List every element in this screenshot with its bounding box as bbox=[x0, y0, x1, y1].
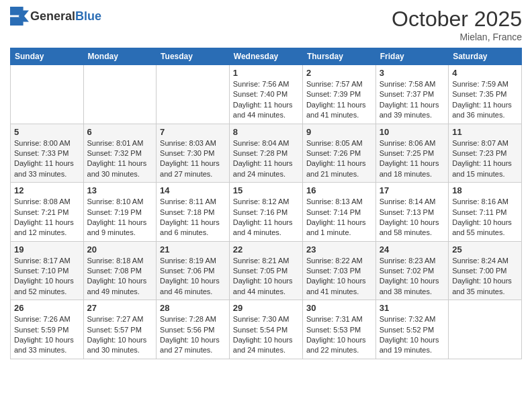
calendar-cell: 2Sunrise: 7:57 AMSunset: 7:39 PMDaylight… bbox=[302, 65, 375, 124]
calendar-cell: 24Sunrise: 8:23 AMSunset: 7:02 PMDayligh… bbox=[375, 241, 448, 300]
day-of-week-header: Friday bbox=[375, 48, 448, 65]
calendar-cell: 20Sunrise: 8:18 AMSunset: 7:08 PMDayligh… bbox=[83, 241, 157, 300]
calendar-cell: 30Sunrise: 7:31 AMSunset: 5:53 PMDayligh… bbox=[302, 300, 375, 359]
day-info: Sunrise: 8:22 AMSunset: 7:03 PMDaylight:… bbox=[306, 256, 372, 298]
calendar-cell: 12Sunrise: 8:08 AMSunset: 7:21 PMDayligh… bbox=[11, 183, 84, 242]
day-info: Sunrise: 8:12 AMSunset: 7:16 PMDaylight:… bbox=[233, 197, 299, 238]
calendar-cell: 25Sunrise: 8:24 AMSunset: 7:00 PMDayligh… bbox=[449, 241, 522, 300]
day-number: 8 bbox=[233, 127, 299, 137]
day-number: 7 bbox=[160, 127, 226, 137]
calendar-cell: 13Sunrise: 8:10 AMSunset: 7:19 PMDayligh… bbox=[83, 183, 157, 242]
svg-rect-2 bbox=[10, 7, 24, 15]
day-number: 29 bbox=[233, 303, 299, 313]
calendar-cell: 26Sunrise: 7:26 AMSunset: 5:59 PMDayligh… bbox=[11, 300, 84, 359]
calendar-cell: 8Sunrise: 8:04 AMSunset: 7:28 PMDaylight… bbox=[229, 124, 302, 183]
day-number: 4 bbox=[452, 68, 518, 78]
calendar-cell: 15Sunrise: 8:12 AMSunset: 7:16 PMDayligh… bbox=[229, 183, 302, 242]
calendar-cell: 5Sunrise: 8:00 AMSunset: 7:33 PMDaylight… bbox=[11, 124, 84, 183]
logo-icon bbox=[10, 7, 29, 26]
day-info: Sunrise: 8:04 AMSunset: 7:28 PMDaylight:… bbox=[233, 138, 299, 180]
location-title: Mielan, France bbox=[392, 32, 522, 42]
day-number: 2 bbox=[306, 68, 372, 78]
title-block: October 2025 Mielan, France bbox=[392, 7, 522, 42]
day-info: Sunrise: 8:10 AMSunset: 7:19 PMDaylight:… bbox=[87, 197, 153, 238]
logo-text-general: General bbox=[30, 9, 75, 23]
calendar-cell: 6Sunrise: 8:01 AMSunset: 7:32 PMDaylight… bbox=[83, 124, 157, 183]
logo-text-blue: Blue bbox=[75, 9, 101, 23]
day-number: 24 bbox=[380, 244, 445, 255]
day-number: 23 bbox=[306, 244, 372, 255]
day-info: Sunrise: 7:27 AMSunset: 5:57 PMDaylight:… bbox=[87, 314, 153, 356]
day-info: Sunrise: 8:07 AMSunset: 7:23 PMDaylight:… bbox=[452, 138, 518, 180]
page-header: GeneralBlue October 2025 Mielan, France bbox=[10, 7, 522, 42]
day-info: Sunrise: 7:30 AMSunset: 5:54 PMDaylight:… bbox=[233, 314, 299, 356]
calendar-cell: 14Sunrise: 8:11 AMSunset: 7:18 PMDayligh… bbox=[157, 183, 230, 242]
calendar-cell: 21Sunrise: 8:19 AMSunset: 7:06 PMDayligh… bbox=[157, 241, 230, 300]
calendar-header-row: SundayMondayTuesdayWednesdayThursdayFrid… bbox=[11, 48, 522, 65]
day-info: Sunrise: 8:23 AMSunset: 7:02 PMDaylight:… bbox=[380, 256, 445, 298]
calendar-cell bbox=[157, 65, 230, 124]
day-number: 26 bbox=[14, 303, 80, 313]
day-info: Sunrise: 8:01 AMSunset: 7:32 PMDaylight:… bbox=[87, 138, 153, 180]
logo: GeneralBlue bbox=[10, 7, 101, 26]
day-number: 25 bbox=[452, 244, 518, 255]
calendar-cell: 7Sunrise: 8:03 AMSunset: 7:30 PMDaylight… bbox=[157, 124, 230, 183]
calendar-week-row: 12Sunrise: 8:08 AMSunset: 7:21 PMDayligh… bbox=[11, 183, 522, 242]
calendar-table: SundayMondayTuesdayWednesdayThursdayFrid… bbox=[10, 48, 522, 359]
day-number: 28 bbox=[160, 303, 226, 313]
day-info: Sunrise: 7:31 AMSunset: 5:53 PMDaylight:… bbox=[306, 314, 372, 356]
day-number: 31 bbox=[380, 303, 445, 313]
day-info: Sunrise: 8:06 AMSunset: 7:25 PMDaylight:… bbox=[380, 138, 445, 180]
calendar-week-row: 1Sunrise: 7:56 AMSunset: 7:40 PMDaylight… bbox=[11, 65, 522, 124]
calendar-cell: 16Sunrise: 8:13 AMSunset: 7:14 PMDayligh… bbox=[302, 183, 375, 242]
day-info: Sunrise: 8:11 AMSunset: 7:18 PMDaylight:… bbox=[160, 197, 226, 238]
day-number: 30 bbox=[306, 303, 372, 313]
day-number: 9 bbox=[306, 127, 372, 137]
day-number: 10 bbox=[380, 127, 445, 137]
day-of-week-header: Sunday bbox=[11, 48, 84, 65]
calendar-cell: 18Sunrise: 8:16 AMSunset: 7:11 PMDayligh… bbox=[449, 183, 522, 242]
day-info: Sunrise: 8:18 AMSunset: 7:08 PMDaylight:… bbox=[87, 256, 153, 298]
day-info: Sunrise: 8:03 AMSunset: 7:30 PMDaylight:… bbox=[160, 138, 226, 180]
calendar-cell: 31Sunrise: 7:32 AMSunset: 5:52 PMDayligh… bbox=[375, 300, 448, 359]
calendar-cell: 19Sunrise: 8:17 AMSunset: 7:10 PMDayligh… bbox=[11, 241, 84, 300]
day-of-week-header: Wednesday bbox=[229, 48, 302, 65]
calendar-cell: 28Sunrise: 7:28 AMSunset: 5:56 PMDayligh… bbox=[157, 300, 230, 359]
day-number: 1 bbox=[233, 68, 299, 78]
calendar-week-row: 19Sunrise: 8:17 AMSunset: 7:10 PMDayligh… bbox=[11, 241, 522, 300]
day-number: 22 bbox=[233, 244, 299, 255]
day-number: 27 bbox=[87, 303, 153, 313]
day-info: Sunrise: 7:28 AMSunset: 5:56 PMDaylight:… bbox=[160, 314, 226, 356]
day-of-week-header: Tuesday bbox=[157, 48, 230, 65]
day-number: 11 bbox=[452, 127, 518, 137]
calendar-cell bbox=[11, 65, 84, 124]
day-info: Sunrise: 8:17 AMSunset: 7:10 PMDaylight:… bbox=[14, 256, 80, 298]
day-info: Sunrise: 8:13 AMSunset: 7:14 PMDaylight:… bbox=[306, 197, 372, 238]
day-info: Sunrise: 7:56 AMSunset: 7:40 PMDaylight:… bbox=[233, 79, 299, 121]
day-info: Sunrise: 8:05 AMSunset: 7:26 PMDaylight:… bbox=[306, 138, 372, 180]
calendar-week-row: 26Sunrise: 7:26 AMSunset: 5:59 PMDayligh… bbox=[11, 300, 522, 359]
day-info: Sunrise: 7:59 AMSunset: 7:35 PMDaylight:… bbox=[452, 79, 518, 121]
day-info: Sunrise: 8:19 AMSunset: 7:06 PMDaylight:… bbox=[160, 256, 226, 298]
day-number: 16 bbox=[306, 185, 372, 195]
day-of-week-header: Thursday bbox=[302, 48, 375, 65]
day-number: 6 bbox=[87, 127, 153, 137]
day-info: Sunrise: 8:16 AMSunset: 7:11 PMDaylight:… bbox=[452, 197, 518, 238]
day-info: Sunrise: 8:21 AMSunset: 7:05 PMDaylight:… bbox=[233, 256, 299, 298]
calendar-week-row: 5Sunrise: 8:00 AMSunset: 7:33 PMDaylight… bbox=[11, 124, 522, 183]
day-number: 13 bbox=[87, 185, 153, 195]
day-of-week-header: Monday bbox=[83, 48, 157, 65]
day-number: 5 bbox=[14, 127, 80, 137]
day-info: Sunrise: 7:58 AMSunset: 7:37 PMDaylight:… bbox=[380, 79, 445, 121]
calendar-cell bbox=[449, 300, 522, 359]
calendar-cell: 29Sunrise: 7:30 AMSunset: 5:54 PMDayligh… bbox=[229, 300, 302, 359]
day-info: Sunrise: 7:26 AMSunset: 5:59 PMDaylight:… bbox=[14, 314, 80, 356]
calendar-cell: 22Sunrise: 8:21 AMSunset: 7:05 PMDayligh… bbox=[229, 241, 302, 300]
day-info: Sunrise: 8:24 AMSunset: 7:00 PMDaylight:… bbox=[452, 256, 518, 298]
day-number: 15 bbox=[233, 185, 299, 195]
day-number: 17 bbox=[380, 185, 445, 195]
day-number: 19 bbox=[14, 244, 80, 255]
svg-rect-3 bbox=[10, 17, 24, 26]
calendar-cell: 3Sunrise: 7:58 AMSunset: 7:37 PMDaylight… bbox=[375, 65, 448, 124]
day-number: 3 bbox=[380, 68, 445, 78]
